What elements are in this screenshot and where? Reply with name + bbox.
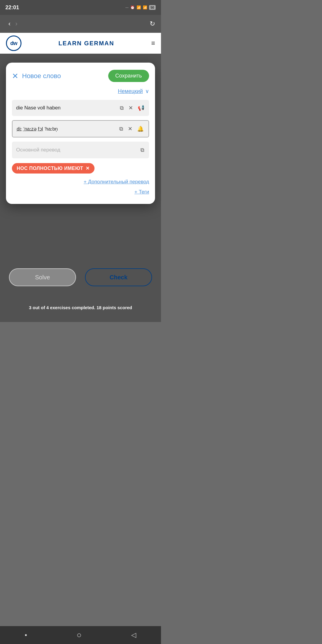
add-translation-link[interactable]: + Дополнительный перевод (12, 179, 149, 185)
status-bar: 22:01 ··· ⏰ 📶 📶 50 (0, 0, 161, 15)
dw-title: LEARN GERMAN (58, 40, 114, 47)
new-word-modal: ✕ Новое слово Сохранить Немецкий ∨ die N… (6, 63, 155, 204)
phonetic-text: diː ˈnaːzə fɔl ˈhaːbn̩ (17, 126, 119, 132)
german-word-icons: ⧉ ✕ 📢 (119, 104, 145, 112)
german-word-row: die Nase voll haben ⧉ ✕ 📢 (12, 100, 149, 116)
clear-icon[interactable]: ✕ (128, 104, 134, 112)
tag-chip-text: НОС ПОЛНОСТЬЮ ИМЕЮТ (17, 166, 83, 171)
translation-row[interactable]: Основной перевод ⧉ (12, 142, 149, 158)
tag-chip-close[interactable]: ✕ (86, 165, 90, 171)
phonetic-part1: diː (17, 126, 22, 131)
phonetic-clear-icon[interactable]: ✕ (127, 125, 133, 133)
page-content: Solve Check 3 out of 4 exercises complet… (0, 54, 161, 322)
add-tags-link[interactable]: + Теги (12, 189, 149, 195)
dw-logo: dw (6, 35, 21, 51)
modal-header: ✕ Новое слово Сохранить (12, 70, 149, 82)
check-button[interactable]: Check (85, 268, 152, 286)
refresh-button[interactable]: ↻ (150, 20, 155, 28)
translation-copy-icon[interactable]: ⧉ (140, 146, 145, 154)
back-button[interactable]: ‹ (6, 18, 13, 29)
forward-button[interactable]: › (13, 18, 20, 29)
phonetic-bell-icon[interactable]: 🔔 (137, 125, 144, 133)
save-button[interactable]: Сохранить (108, 70, 149, 82)
browser-toolbar: ‹ › ↻ (0, 15, 161, 33)
language-selector[interactable]: Немецкий ∨ (12, 88, 149, 95)
modal-header-left: ✕ Новое слово (12, 72, 61, 80)
alarm-icon: ⏰ (130, 5, 135, 10)
dw-header: dw LEARN GERMAN ≡ (0, 33, 161, 54)
solve-button[interactable]: Solve (9, 268, 76, 286)
chevron-down-icon[interactable]: ∨ (145, 88, 149, 95)
dots-icon: ··· (126, 5, 129, 10)
exercise-footer-text: 3 out of 4 exercises completed. 18 point… (29, 305, 132, 310)
dw-logo-text: dw (10, 40, 17, 47)
add-tags-container: + Теги (12, 189, 149, 195)
tag-chip: НОС ПОЛНОСТЬЮ ИМЕЮТ ✕ (12, 163, 95, 174)
signal-icon: 📶 (137, 5, 141, 10)
modal-close-button[interactable]: ✕ (12, 72, 18, 80)
german-word-text: die Nase voll haben (16, 105, 119, 111)
phonetic-copy-icon[interactable]: ⧉ (119, 125, 124, 133)
translation-placeholder: Основной перевод (16, 147, 140, 153)
phonetic-icons: ⧉ ✕ 🔔 (119, 125, 144, 133)
copy-icon[interactable]: ⧉ (119, 104, 124, 112)
language-label[interactable]: Немецкий (118, 88, 143, 95)
speaker-icon[interactable]: 📢 (137, 104, 145, 112)
tag-chip-container: НОС ПОЛНОСТЬЮ ИМЕЮТ ✕ (12, 163, 149, 179)
status-icons: ··· ⏰ 📶 📶 50 (126, 5, 156, 10)
modal-title: Новое слово (22, 72, 61, 80)
add-translation-container: + Дополнительный перевод (12, 179, 149, 185)
battery-icon: 50 (149, 5, 156, 10)
bottom-buttons: Solve Check (0, 268, 161, 286)
phonetic-row: diː ˈnaːzə fɔl ˈhaːbn̩ ⧉ ✕ 🔔 (12, 120, 149, 137)
exercise-footer: 3 out of 4 exercises completed. 18 point… (0, 305, 161, 310)
status-time: 22:01 (5, 4, 19, 11)
hamburger-menu[interactable]: ≡ (151, 39, 155, 47)
signal2-icon: 📶 (143, 5, 147, 10)
phonetic-part2: ˈnaːzə (23, 126, 37, 131)
phonetic-part3: fɔl (38, 126, 43, 131)
